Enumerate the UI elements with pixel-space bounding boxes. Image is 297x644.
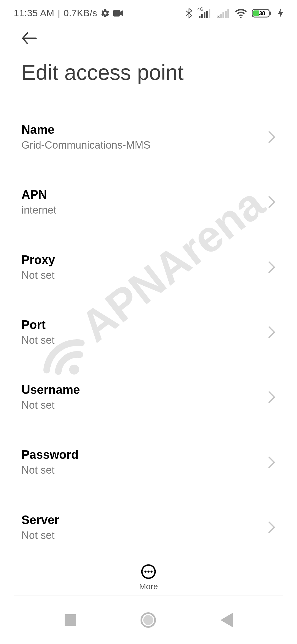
svg-rect-9 bbox=[222, 12, 224, 18]
svg-rect-5 bbox=[206, 11, 208, 18]
setting-row[interactable]: Proxy Not set bbox=[21, 235, 276, 300]
chevron-right-icon bbox=[268, 521, 276, 533]
svg-rect-2 bbox=[199, 16, 200, 18]
setting-value: Not set bbox=[21, 463, 79, 477]
svg-rect-10 bbox=[225, 11, 227, 18]
nav-back-button[interactable] bbox=[221, 613, 233, 627]
setting-text: Username Not set bbox=[21, 382, 80, 412]
svg-rect-1 bbox=[113, 10, 120, 17]
chevron-right-icon bbox=[268, 196, 276, 208]
more-label: More bbox=[139, 582, 158, 591]
setting-value: Not set bbox=[21, 528, 59, 542]
svg-rect-11 bbox=[227, 9, 229, 18]
svg-rect-14 bbox=[270, 12, 271, 15]
status-right: 4G ✕ bbox=[185, 8, 283, 18]
setting-text: Proxy Not set bbox=[21, 252, 55, 282]
nav-home-button[interactable] bbox=[141, 612, 156, 628]
svg-rect-4 bbox=[204, 12, 205, 18]
setting-value: Not set bbox=[21, 268, 55, 282]
svg-rect-3 bbox=[201, 14, 203, 18]
setting-row[interactable]: Server Not set bbox=[21, 495, 276, 560]
chevron-right-icon bbox=[268, 391, 276, 403]
setting-row[interactable]: Port Not set bbox=[21, 300, 276, 365]
setting-label: Name bbox=[21, 122, 150, 137]
chevron-right-icon bbox=[268, 456, 276, 468]
status-bar: 11:35 AM | 0.7KB/s 4G bbox=[0, 0, 297, 26]
svg-point-18 bbox=[144, 571, 147, 573]
system-nav-bar bbox=[0, 596, 297, 644]
setting-row[interactable]: Username Not set bbox=[21, 365, 276, 430]
status-left: 11:35 AM | 0.7KB/s bbox=[14, 8, 123, 18]
setting-value: Grid-Communications-MMS bbox=[21, 138, 150, 152]
status-separator: | bbox=[58, 8, 60, 18]
battery-icon: 38 bbox=[252, 8, 273, 18]
svg-rect-15 bbox=[253, 10, 259, 16]
setting-text: APN internet bbox=[21, 187, 56, 217]
signal-sim2: ✕ bbox=[216, 8, 230, 18]
status-time: 11:35 AM bbox=[14, 8, 54, 18]
arrow-left-icon bbox=[21, 30, 37, 46]
more-area: More bbox=[0, 564, 297, 591]
setting-label: Server bbox=[21, 512, 59, 527]
chevron-right-icon bbox=[268, 131, 276, 143]
svg-text:✕: ✕ bbox=[217, 15, 220, 18]
more-horizontal-icon bbox=[141, 564, 156, 579]
bluetooth-icon bbox=[185, 8, 193, 18]
setting-label: Password bbox=[21, 447, 79, 462]
status-datarate: 0.7KB/s bbox=[64, 8, 97, 18]
setting-row[interactable]: Password Not set bbox=[21, 430, 276, 495]
page-title: Edit access point bbox=[21, 60, 184, 85]
chevron-right-icon bbox=[268, 326, 276, 338]
setting-label: Port bbox=[21, 317, 54, 332]
svg-point-20 bbox=[150, 571, 153, 573]
signal-sim1: 4G bbox=[197, 8, 211, 18]
setting-text: Name Grid-Communications-MMS bbox=[21, 122, 150, 152]
setting-value: internet bbox=[21, 203, 56, 217]
svg-point-19 bbox=[147, 571, 150, 573]
setting-label: Proxy bbox=[21, 252, 55, 267]
gear-icon bbox=[101, 9, 110, 18]
camera-icon bbox=[113, 9, 123, 17]
charging-bolt-icon bbox=[278, 8, 283, 18]
setting-text: Password Not set bbox=[21, 447, 79, 477]
setting-label: Username bbox=[21, 382, 80, 397]
setting-row[interactable]: APN internet bbox=[21, 170, 276, 234]
setting-value: Not set bbox=[21, 398, 80, 412]
setting-text: Port Not set bbox=[21, 317, 54, 347]
setting-text: Server Not set bbox=[21, 512, 59, 542]
setting-label: APN bbox=[21, 187, 56, 202]
nav-recent-button[interactable] bbox=[65, 614, 76, 626]
setting-row[interactable]: Name Grid-Communications-MMS bbox=[21, 105, 276, 170]
more-button[interactable]: More bbox=[139, 564, 158, 591]
chevron-right-icon bbox=[268, 261, 276, 273]
svg-rect-6 bbox=[209, 9, 210, 18]
setting-value: Not set bbox=[21, 333, 54, 347]
wifi-icon bbox=[235, 8, 247, 18]
back-button[interactable] bbox=[21, 30, 37, 46]
settings-list: Name Grid-Communications-MMS APN interne… bbox=[0, 105, 297, 572]
